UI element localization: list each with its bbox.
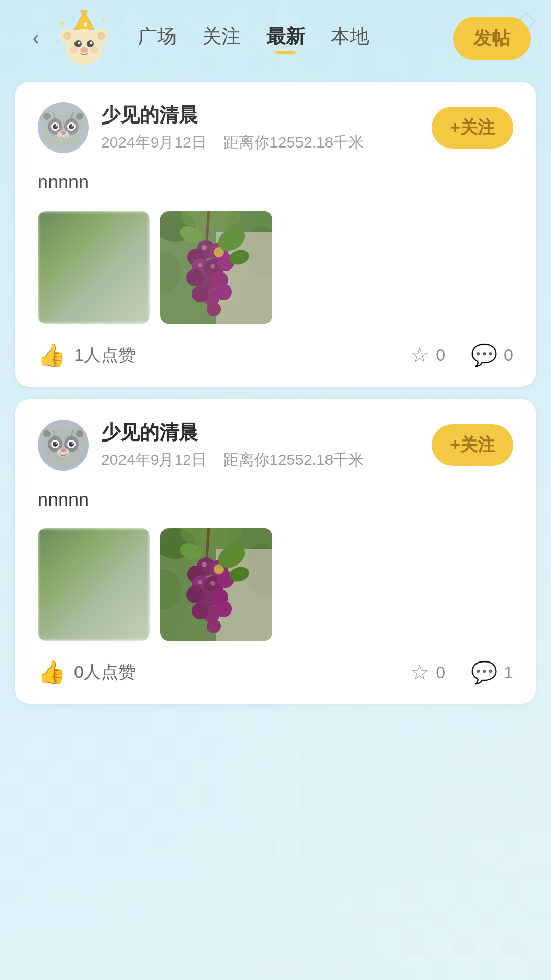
like-count: 0人点赞 — [74, 660, 136, 684]
like-section[interactable]: 👍 0人点赞 — [38, 659, 136, 685]
post-distance: 距离你12552.18千米 — [223, 451, 364, 468]
svg-point-73 — [56, 442, 57, 444]
right-actions: ☆ 0 💬 1 — [410, 660, 513, 685]
star-action[interactable]: ☆ 0 — [410, 660, 445, 685]
svg-point-15 — [90, 46, 98, 54]
post-image-1[interactable] — [38, 211, 150, 324]
svg-point-29 — [69, 124, 74, 129]
svg-point-99 — [202, 562, 207, 567]
post-header: 少见的清晨 2024年9月12日 距离你12552.18千米 +关注 — [38, 102, 513, 153]
svg-point-31 — [72, 125, 73, 127]
svg-point-95 — [215, 601, 232, 617]
svg-point-14 — [70, 46, 78, 54]
svg-point-28 — [53, 124, 58, 129]
avatar — [38, 102, 89, 153]
post-header: 少见的清晨 2024年9月12日 距离你12552.18千米 +关注 — [38, 420, 513, 471]
svg-point-66 — [76, 430, 83, 437]
like-icon: 👍 — [38, 342, 66, 369]
post-images — [38, 211, 513, 324]
svg-point-8 — [97, 32, 105, 40]
comment-count: 1 — [504, 663, 513, 682]
post-date: 2024年9月12日 — [101, 451, 207, 468]
post-text: nnnnn — [38, 167, 513, 197]
svg-point-72 — [69, 442, 74, 447]
tab-follow[interactable]: 关注 — [202, 23, 241, 54]
svg-point-33 — [61, 131, 66, 135]
star-count: 0 — [436, 345, 445, 365]
svg-text:★: ★ — [59, 18, 66, 27]
comment-icon: 💬 — [471, 342, 497, 368]
comment-icon: 💬 — [471, 660, 497, 685]
post-text: nnnnn — [38, 485, 513, 514]
post-meta: 2024年9月12日 距离你12552.18千米 — [101, 132, 432, 153]
post-image-1[interactable] — [38, 528, 150, 641]
like-section[interactable]: 👍 1人点赞 — [38, 342, 136, 369]
svg-point-52 — [215, 284, 232, 300]
svg-point-96 — [192, 603, 208, 619]
svg-point-93 — [186, 586, 204, 603]
svg-point-57 — [198, 263, 202, 267]
comment-action[interactable]: 💬 0 — [471, 342, 513, 368]
svg-point-65 — [43, 430, 51, 437]
svg-point-54 — [207, 302, 221, 316]
svg-text:✦: ✦ — [56, 39, 60, 44]
post-date: 2024年9月12日 — [101, 134, 207, 151]
svg-point-30 — [56, 125, 57, 127]
post-distance: 距离你12552.18千米 — [223, 134, 364, 151]
svg-text:✦: ✦ — [101, 17, 106, 24]
svg-point-53 — [192, 286, 208, 302]
svg-point-7 — [63, 32, 71, 40]
svg-point-97 — [207, 619, 221, 633]
like-icon: 👍 — [38, 659, 66, 685]
user-info: 少见的清晨 2024年9月12日 距离你12552.18千米 — [101, 420, 432, 471]
mascot-icon: ★ ★ ✦ ✦ — [56, 10, 112, 66]
svg-point-23 — [76, 113, 83, 120]
image-blurred-green — [38, 211, 150, 324]
username: 少见的清晨 — [101, 102, 432, 128]
comment-action[interactable]: 💬 1 — [471, 660, 513, 685]
content-area: 少见的清晨 2024年9月12日 距离你12552.18千米 +关注 nnnnn — [0, 71, 551, 714]
svg-text:★: ★ — [83, 21, 88, 28]
image-blurred-green — [38, 528, 150, 641]
right-actions: ☆ 0 💬 0 — [410, 342, 513, 368]
star-count: 0 — [436, 663, 445, 682]
username: 少见的清晨 — [101, 420, 432, 446]
post-image-2[interactable] — [160, 211, 272, 324]
svg-point-50 — [186, 269, 204, 286]
post-card: 少见的清晨 2024年9月12日 距离你12552.18千米 +关注 nnnnn — [15, 82, 536, 387]
post-card: 少见的清晨 2024年9月12日 距离你12552.18千米 +关注 nnnnn — [15, 399, 536, 704]
back-button[interactable]: ‹ — [20, 23, 51, 54]
star-icon: ☆ — [410, 660, 430, 685]
avatar — [38, 420, 89, 471]
nav-tabs: 广场 关注 最新 本地 — [138, 23, 443, 54]
svg-point-56 — [202, 245, 207, 250]
svg-point-101 — [210, 581, 215, 586]
tab-local[interactable]: 本地 — [331, 23, 369, 54]
post-footer: 👍 0人点赞 ☆ 0 💬 1 — [38, 659, 513, 685]
svg-point-58 — [210, 264, 215, 269]
post-meta: 2024年9月12日 距离你12552.18千米 — [101, 450, 432, 471]
navbar: ‹ ★ — [0, 0, 551, 71]
tab-latest[interactable]: 最新 — [266, 23, 305, 54]
follow-button[interactable]: +关注 — [432, 107, 513, 149]
post-button[interactable]: 发帖 — [453, 17, 531, 60]
star-icon: ☆ — [410, 342, 430, 368]
svg-point-13 — [80, 47, 88, 53]
like-count: 1人点赞 — [74, 344, 136, 367]
svg-point-11 — [78, 42, 81, 44]
svg-point-22 — [43, 113, 51, 120]
comment-count: 0 — [504, 345, 513, 365]
star-action[interactable]: ☆ 0 — [410, 342, 445, 368]
post-image-2[interactable] — [160, 528, 272, 641]
svg-point-12 — [90, 42, 93, 44]
follow-button[interactable]: +关注 — [432, 424, 513, 466]
post-footer: 👍 1人点赞 ☆ 0 💬 0 — [38, 342, 513, 369]
svg-point-71 — [53, 442, 58, 447]
tab-square[interactable]: 广场 — [138, 23, 177, 54]
post-images — [38, 528, 513, 641]
user-info: 少见的清晨 2024年9月12日 距离你12552.18千米 — [101, 102, 432, 153]
svg-point-74 — [72, 442, 73, 444]
svg-point-76 — [61, 448, 66, 452]
svg-point-100 — [198, 580, 202, 584]
